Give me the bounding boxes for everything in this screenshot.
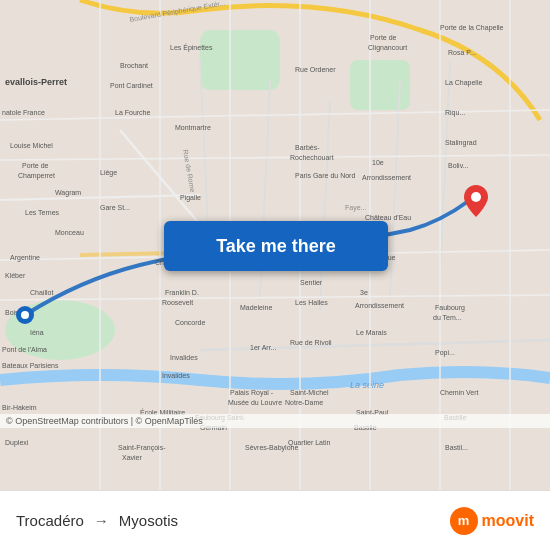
- svg-text:Pont de l'Alma: Pont de l'Alma: [2, 346, 47, 353]
- svg-text:Riqu...: Riqu...: [445, 109, 465, 117]
- moovit-text: moovit: [482, 512, 534, 530]
- svg-text:Concorde: Concorde: [175, 319, 205, 326]
- svg-text:Porte de: Porte de: [370, 34, 397, 41]
- svg-text:Notre-Dame: Notre-Dame: [285, 399, 323, 406]
- bottom-bar: Trocadéro → Myosotis m moovit: [0, 490, 550, 550]
- svg-text:Porte de: Porte de: [22, 162, 49, 169]
- svg-text:Stalingrad: Stalingrad: [445, 139, 477, 147]
- svg-point-104: [471, 192, 481, 202]
- svg-text:Iéna: Iéna: [30, 329, 44, 336]
- svg-text:Monceau: Monceau: [55, 229, 84, 236]
- svg-text:Pigalle: Pigalle: [180, 194, 201, 202]
- svg-text:Musée du Louvre: Musée du Louvre: [228, 399, 282, 406]
- svg-text:Wagram: Wagram: [55, 189, 81, 197]
- svg-text:Bastil...: Bastil...: [445, 444, 468, 451]
- map-container: La seine evallois-Perret natole France: [0, 0, 550, 490]
- svg-text:Les Épinettes: Les Épinettes: [170, 43, 213, 52]
- svg-text:Chemin Vert: Chemin Vert: [440, 389, 479, 396]
- svg-text:Bir-Hakeim: Bir-Hakeim: [2, 404, 37, 411]
- svg-text:Louise Michel: Louise Michel: [10, 142, 53, 149]
- svg-text:Rue Ordener: Rue Ordener: [295, 66, 336, 73]
- svg-text:Arrondissement: Arrondissement: [362, 174, 411, 181]
- svg-text:Faubourg: Faubourg: [435, 304, 465, 312]
- svg-text:Rosa P...: Rosa P...: [448, 49, 476, 56]
- svg-text:Clignancourt: Clignancourt: [368, 44, 407, 52]
- svg-text:natole France: natole France: [2, 109, 45, 116]
- take-me-there-button[interactable]: Take me there: [164, 221, 388, 271]
- svg-text:Porte de la Chapelle: Porte de la Chapelle: [440, 24, 504, 32]
- svg-text:Boliv...: Boliv...: [448, 162, 469, 169]
- svg-text:Rochechouart: Rochechouart: [290, 154, 334, 161]
- svg-text:Château d'Eau: Château d'Eau: [365, 214, 411, 221]
- cta-label: Take me there: [216, 236, 336, 257]
- svg-text:Quartier Latin: Quartier Latin: [288, 439, 331, 447]
- svg-rect-2: [200, 30, 280, 90]
- svg-text:evallois-Perret: evallois-Perret: [5, 77, 67, 87]
- svg-text:Saint-François-: Saint-François-: [118, 444, 166, 452]
- svg-text:Les Halles: Les Halles: [295, 299, 328, 306]
- moovit-icon: m: [450, 507, 478, 535]
- svg-text:Madeleine: Madeleine: [240, 304, 272, 311]
- svg-text:La Chapelle: La Chapelle: [445, 79, 482, 87]
- svg-text:10e: 10e: [372, 159, 384, 166]
- svg-text:Chaillot: Chaillot: [30, 289, 53, 296]
- svg-text:1er Arr...: 1er Arr...: [250, 344, 277, 351]
- svg-rect-3: [350, 60, 410, 110]
- svg-text:Argentine: Argentine: [10, 254, 40, 262]
- destination-pin: [464, 185, 488, 217]
- svg-text:La seine: La seine: [350, 380, 384, 390]
- svg-text:Champerret: Champerret: [18, 172, 55, 180]
- svg-text:du Tem...: du Tem...: [433, 314, 462, 321]
- svg-text:Invalides: Invalides: [162, 372, 190, 379]
- svg-text:Les Ternes: Les Ternes: [25, 209, 60, 216]
- svg-text:Montmartre: Montmartre: [175, 124, 211, 131]
- svg-text:Rue de Rivoli: Rue de Rivoli: [290, 339, 332, 346]
- svg-text:Le Marais: Le Marais: [356, 329, 387, 336]
- svg-text:Popi...: Popi...: [435, 349, 455, 357]
- svg-text:Arrondissement: Arrondissement: [355, 302, 404, 309]
- svg-point-106: [21, 311, 29, 319]
- map-attribution: © OpenStreetMap contributors | © OpenMap…: [0, 414, 550, 428]
- svg-text:Paris Gare du Nord: Paris Gare du Nord: [295, 172, 355, 179]
- svg-text:Roosevelt: Roosevelt: [162, 299, 193, 306]
- svg-text:Faye...: Faye...: [345, 204, 366, 212]
- svg-text:Xavier: Xavier: [122, 454, 143, 461]
- svg-text:Barbès-: Barbès-: [295, 144, 320, 151]
- svg-text:Bateaux Parisiens: Bateaux Parisiens: [2, 362, 59, 369]
- svg-text:Kléber: Kléber: [5, 272, 26, 279]
- route-to: Myosotis: [119, 512, 178, 529]
- svg-text:La Fourche: La Fourche: [115, 109, 151, 116]
- svg-text:Saint-Michel: Saint-Michel: [290, 389, 329, 396]
- svg-text:Sentier: Sentier: [300, 279, 323, 286]
- svg-text:Brochant: Brochant: [120, 62, 148, 69]
- svg-text:Franklin D.: Franklin D.: [165, 289, 199, 296]
- svg-text:3e: 3e: [360, 289, 368, 296]
- svg-text:Liège: Liège: [100, 169, 117, 177]
- svg-text:Palais Royal -: Palais Royal -: [230, 389, 274, 397]
- svg-text:Duplexi: Duplexi: [5, 439, 29, 447]
- route-from: Trocadéro: [16, 512, 84, 529]
- svg-text:Pont Cardinet: Pont Cardinet: [110, 82, 153, 89]
- svg-text:Invalides: Invalides: [170, 354, 198, 361]
- route-arrow: →: [94, 512, 109, 529]
- origin-pin: [16, 306, 34, 324]
- moovit-logo: m moovit: [450, 507, 534, 535]
- svg-text:Gare St...: Gare St...: [100, 204, 130, 211]
